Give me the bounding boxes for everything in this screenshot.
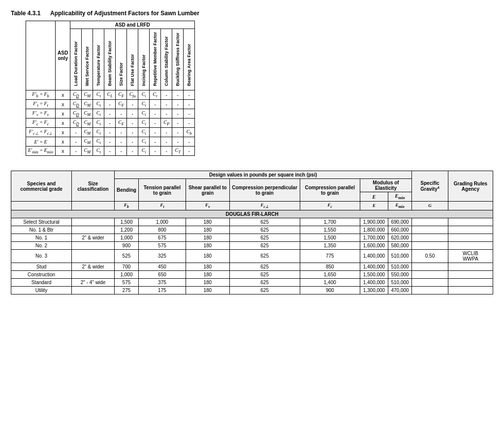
bending-val: 1,000 (114, 234, 138, 241)
lower-section: Species and commercial grade Size classi… (11, 171, 493, 294)
emin-val: 510,000 (388, 278, 411, 286)
grading-val (448, 286, 493, 294)
ct-cell: Ct (93, 100, 104, 109)
size-cell: 2" & wider (72, 234, 115, 241)
cb-cell: - (184, 100, 195, 109)
fc-sym: Fc (300, 202, 360, 210)
cp-cell: - (161, 100, 172, 109)
e-header: E (360, 192, 388, 202)
cm-cell: CM (82, 147, 93, 156)
tension-header: Tension parallel to grain (138, 179, 186, 202)
cb-cell: - (184, 90, 195, 100)
cl-cell: CL (104, 90, 116, 100)
x-cell: x (56, 100, 70, 109)
cb-cell: - (184, 109, 195, 118)
modulus-header: Modulus of Elasticity (360, 179, 411, 192)
cm-cell: CM (82, 100, 93, 109)
shear-val: 180 (186, 241, 229, 249)
cd-cell: - (70, 128, 82, 137)
grade-cell: No. 1 & Btr (11, 226, 72, 234)
tension-val: 175 (138, 286, 186, 294)
cfu-cell: - (127, 109, 138, 118)
e-val: 1,800,000 (360, 226, 388, 234)
table-row: E'min = Emin x - CM Ct - - - Ci - - CT - (26, 147, 195, 156)
fca-sym: Fc⊥ (229, 202, 300, 210)
bending-val: 900 (114, 241, 138, 249)
grading-val (448, 278, 493, 286)
cr-cell: - (150, 137, 161, 147)
table-row: E' = E x - CM Ct - - - Ci - - - - (26, 137, 195, 147)
table-row: F'v = Fv x CD CM Ct - - - Ci - - - - (26, 109, 195, 118)
cr-cell: - (150, 109, 161, 118)
table-row: F'c⊥ = Fc⊥ x - CM Ct - - - Ci - - - Cb (26, 128, 195, 137)
upper-section: Table 4.3.1 Applicability of Adjustment … (11, 10, 493, 156)
formula-cell: F'c = Fc (26, 118, 56, 128)
cT-cell: - (172, 100, 184, 109)
ci-cell: Ci (138, 118, 150, 128)
size-cell (72, 270, 115, 278)
cd-cell: CD (70, 118, 82, 128)
shear-val: 180 (186, 278, 229, 286)
formula-cell: F't = Ft (26, 100, 56, 109)
comp-perp-header: Compression perpendicular to grain (229, 179, 300, 202)
emin-val: 550,000 (388, 270, 411, 278)
comp-par-val: 1,500 (300, 234, 360, 241)
grade-cell: Construction (11, 270, 72, 278)
emin-val: 510,000 (388, 249, 411, 263)
cfu-cell: - (127, 118, 138, 128)
cT-cell: - (172, 90, 184, 100)
grading-val (448, 226, 493, 234)
gravity-val (412, 226, 448, 234)
species-group-row: DOUGLAS FIR-LARCH (11, 210, 493, 218)
formula-cell: F'v = Fv (26, 109, 56, 118)
col-header-cd: Load Duration Factor (70, 29, 82, 90)
comp-perp-val: 625 (229, 218, 300, 226)
cT-cell: CT (172, 147, 184, 156)
grade-cell: Standard (11, 278, 72, 286)
gravity-label: Specific Gravity (420, 180, 439, 192)
e-sym: E (360, 202, 388, 210)
cf-cell: - (116, 137, 127, 147)
grade-cell: Utility (11, 286, 72, 294)
col-header-ci: Incising Factor (138, 29, 150, 90)
size-cell (72, 286, 115, 294)
cf-cell: - (116, 147, 127, 156)
table-number: Table 4.3.1 (11, 10, 40, 17)
col-header-cr: Repetitive Member Factor (150, 29, 161, 90)
ci-cell: Ci (138, 100, 150, 109)
gravity-val: 0.50 (412, 249, 448, 263)
asd-only-header: ASDonly (56, 21, 70, 90)
comp-par-val: 1,400 (300, 278, 360, 286)
bending-val: 275 (114, 286, 138, 294)
cd-cell: CD (70, 100, 82, 109)
ct-cell: Ct (93, 147, 104, 156)
gravity-val (412, 234, 448, 241)
species-header: Species and commercial grade (11, 171, 72, 202)
gravity-val (412, 270, 448, 278)
cp-cell: CP (161, 118, 172, 128)
ci-cell: Ci (138, 137, 150, 147)
shear-val: 180 (186, 286, 229, 294)
comp-par-val: 900 (300, 286, 360, 294)
cd-cell: CD (70, 90, 82, 100)
gravity-val (412, 286, 448, 294)
cf-cell: CF (116, 100, 127, 109)
e-val: 1,700,000 (360, 234, 388, 241)
tension-val: 450 (138, 263, 186, 270)
size-cell: 2" - 4" wide (72, 278, 115, 286)
comp-par-val: 1,350 (300, 241, 360, 249)
species-group-name: DOUGLAS FIR-LARCH (11, 210, 493, 218)
ci-cell: Ci (138, 128, 150, 137)
comp-perp-val: 625 (229, 249, 300, 263)
cfu-cell: - (127, 100, 138, 109)
x-cell: x (56, 118, 70, 128)
cb-cell: - (184, 147, 195, 156)
cfu-cell: - (127, 128, 138, 137)
table-title: Table 4.3.1 Applicability of Adjustment … (11, 10, 493, 17)
tension-val: 800 (138, 226, 186, 234)
e-val: 1,900,000 (360, 218, 388, 226)
col-header-cT: Buckling Stiffness Factor (172, 29, 184, 90)
comp-perp-val: 625 (229, 270, 300, 278)
grading-label: Grading Rules Agency (454, 181, 487, 192)
size-header: Size classification (72, 171, 115, 202)
